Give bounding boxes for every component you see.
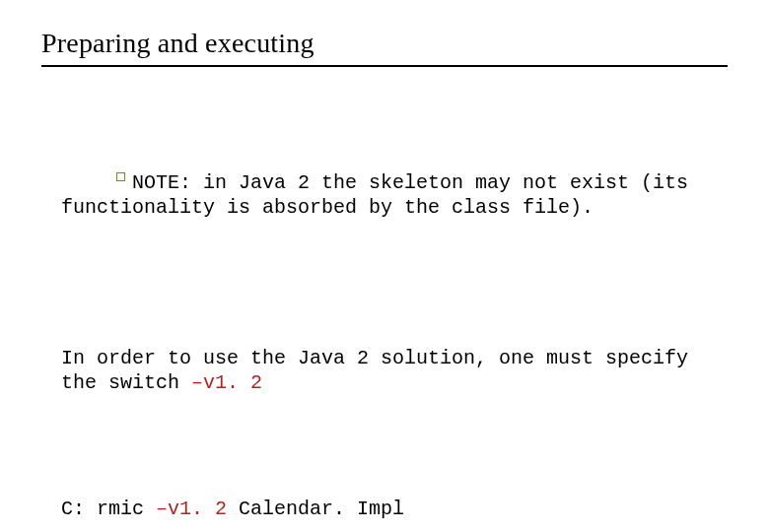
title-row: Preparing and executing (41, 28, 728, 67)
note-text: NOTE: in Java 2 the skeleton may not exi… (61, 171, 700, 219)
command-suffix: Calendar. Impl (227, 498, 404, 520)
instruction-text: In order to use the Java 2 solution, one… (61, 347, 700, 394)
switch-literal: –v1. 2 (191, 371, 262, 394)
slide: Preparing and executing NOTE: in Java 2 … (0, 0, 769, 532)
slide-content: NOTE: in Java 2 the skeleton may not exi… (41, 97, 728, 532)
slide-title: Preparing and executing (41, 28, 728, 59)
instruction-paragraph: In order to use the Java 2 solution, one… (61, 346, 716, 395)
command-switch: –v1. 2 (156, 498, 227, 520)
bullet-icon (116, 172, 125, 181)
command-paragraph: C: rmic –v1. 2 Calendar. Impl (61, 497, 716, 521)
note-paragraph: NOTE: in Java 2 the skeleton may not exi… (61, 146, 716, 244)
command-prefix: C: rmic (61, 498, 156, 520)
